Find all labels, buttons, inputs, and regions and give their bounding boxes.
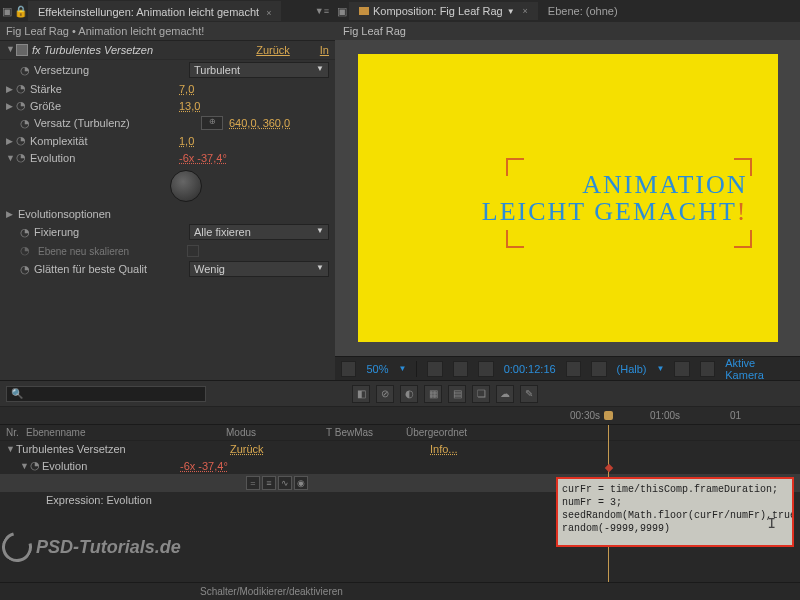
lock-closed-icon[interactable]: 🔒	[14, 5, 28, 18]
prop-value[interactable]: -6x -37,4°	[179, 152, 329, 164]
disclosure-icon[interactable]: ▼	[6, 44, 16, 56]
disclosure-icon[interactable]: ▶	[6, 209, 16, 219]
prop-size: ▶ ◔ Größe 13,0	[0, 97, 335, 114]
active-camera[interactable]: Aktive Kamera	[725, 357, 794, 381]
prop-value[interactable]: 1,0	[179, 135, 329, 147]
prop-label: Evolutionsoptionen	[16, 208, 329, 220]
disclosure-icon[interactable]: ▶	[6, 136, 16, 146]
displace-dropdown[interactable]: Turbulent▼	[189, 62, 329, 78]
disclosure-icon[interactable]: ▶	[6, 84, 16, 94]
layer-switch-icon[interactable]: ◧	[352, 385, 370, 403]
cube-icon[interactable]: ❏	[472, 385, 490, 403]
resolution[interactable]: (Halb)	[617, 363, 647, 375]
prop-label: Komplexität	[28, 135, 179, 147]
instance-link[interactable]: In	[320, 44, 329, 56]
disclosure-icon[interactable]: ▼	[6, 153, 16, 163]
prop-amount: ▶ ◔ Stärke 7,0	[0, 80, 335, 97]
composition-viewer[interactable]: ANIMATION LEICHT GEMACHT!	[335, 40, 800, 356]
selection-handle[interactable]	[506, 158, 524, 176]
effect-header: ▼ fx Turbulentes Versetzen Zurück In	[0, 41, 335, 60]
lock-icon[interactable]: ▣	[335, 5, 349, 18]
tab-effect-controls[interactable]: Effekteinstellungen: Animation leicht ge…	[28, 1, 281, 21]
expression-graph-icon[interactable]: ≡	[262, 476, 276, 490]
view1-icon[interactable]	[674, 361, 689, 377]
stopwatch-icon[interactable]: ◔	[20, 263, 32, 276]
stopwatch-icon[interactable]: ◔	[16, 151, 28, 164]
info-link[interactable]: Info...	[430, 443, 458, 455]
prop-label: Größe	[28, 100, 179, 112]
tab-layer[interactable]: Ebene: (ohne)	[538, 2, 628, 20]
expression-editor[interactable]: curFr = time/thisComp.frameDuration; num…	[556, 477, 794, 547]
prop-value[interactable]: 640,0, 360,0	[229, 117, 329, 129]
watermark: PSD-Tutorials.de	[2, 532, 181, 562]
selection-handle[interactable]	[734, 230, 752, 248]
position-crosshair-icon[interactable]: ⊕	[201, 116, 223, 130]
grid-icon[interactable]	[427, 361, 442, 377]
prop-label: Stärke	[28, 83, 179, 95]
selection-handle[interactable]	[506, 230, 524, 248]
fb-icon[interactable]: ◐	[400, 385, 418, 403]
brain-icon[interactable]: ☁	[496, 385, 514, 403]
comp-name: Fig Leaf Rag	[335, 22, 800, 40]
prop-pinning: ◔ Fixierung Alle fixieren▼	[0, 222, 335, 242]
expression-menu-icon[interactable]: ◉	[294, 476, 308, 490]
prop-value[interactable]: -6x -37,4°	[180, 460, 228, 472]
close-icon[interactable]: ×	[266, 8, 271, 18]
footer-status: Schalter/Modikierer/deaktivieren	[0, 582, 800, 600]
timeline-toolbar: 🔍 ◧ ⊘ ◐ ▦ ▤ ❏ ☁ ✎	[0, 381, 800, 407]
selection-handle[interactable]	[734, 158, 752, 176]
prop-antialiasing: ◔ Glätten für beste Qualit Wenig▼	[0, 259, 335, 279]
mask-icon[interactable]	[478, 361, 493, 377]
chevron-down-icon: ▼	[316, 226, 324, 238]
current-time[interactable]: 0:00:12:16	[504, 363, 556, 375]
stopwatch-icon[interactable]: ◔	[20, 117, 32, 130]
fx-enable-checkbox[interactable]	[16, 44, 28, 56]
blur-icon[interactable]: ▦	[424, 385, 442, 403]
prop-value[interactable]: 7,0	[179, 83, 329, 95]
close-icon[interactable]: ×	[523, 6, 528, 16]
expression-toggle-icon[interactable]: =	[246, 476, 260, 490]
disclosure-icon[interactable]: ▼	[20, 461, 30, 471]
timeline-row-effect[interactable]: ▼ Turbulentes Versetzen Zurück Info...	[0, 441, 800, 457]
guides-icon[interactable]	[453, 361, 468, 377]
lock-icon[interactable]: ▣	[0, 5, 14, 18]
search-input[interactable]: 🔍	[6, 386, 206, 402]
checkbox-disabled	[187, 245, 199, 257]
zoom-level[interactable]: 50%	[366, 363, 388, 375]
snapshot-icon[interactable]	[566, 361, 581, 377]
graph-icon[interactable]: ▤	[448, 385, 466, 403]
disclosure-icon[interactable]: ▼	[6, 444, 16, 454]
disclosure-icon[interactable]: ▶	[6, 101, 16, 111]
tab-label: Effekteinstellungen: Animation leicht ge…	[38, 6, 259, 18]
pinning-dropdown[interactable]: Alle fixieren▼	[189, 224, 329, 240]
stopwatch-icon[interactable]: ◔	[30, 459, 42, 472]
timeline-row-evolution[interactable]: ▼ ◔ Evolution -6x -37,4°	[0, 457, 800, 474]
channel-icon[interactable]	[591, 361, 606, 377]
ruler-tick: 01:00s	[650, 410, 680, 421]
reset-link[interactable]: Zurück	[230, 443, 330, 455]
tab-composition[interactable]: Komposition: Fig Leaf Rag ▼ ×	[349, 2, 538, 20]
stopwatch-icon[interactable]: ◔	[16, 99, 28, 112]
region-icon[interactable]	[341, 361, 356, 377]
wrench-icon[interactable]: ✎	[520, 385, 538, 403]
prop-value[interactable]: 13,0	[179, 100, 329, 112]
view2-icon[interactable]	[700, 361, 715, 377]
animation-text: ANIMATION LEICHT GEMACHT!	[482, 171, 748, 226]
reset-link[interactable]: Zurück	[256, 44, 290, 56]
aa-dropdown[interactable]: Wenig▼	[189, 261, 329, 277]
shy-icon[interactable]: ⊘	[376, 385, 394, 403]
expression-pickwhip-icon[interactable]: ∿	[278, 476, 292, 490]
stopwatch-icon[interactable]: ◔	[20, 226, 32, 239]
panel-menu-icon[interactable]: ▼≡	[315, 6, 329, 16]
prop-evolution-options: ▶ Evolutionsoptionen	[0, 206, 335, 222]
expression-text[interactable]: curFr = time/thisComp.frameDuration; num…	[562, 483, 788, 535]
rotation-dial[interactable]	[170, 170, 202, 202]
prop-label: Versetzung	[32, 64, 189, 76]
stopwatch-icon[interactable]: ◔	[20, 64, 32, 77]
timeline-ruler[interactable]: 00:30s 01:00s 01	[0, 407, 800, 425]
breadcrumb: Fig Leaf Rag • Animation leicht gemacht!	[0, 22, 335, 41]
stopwatch-icon[interactable]: ◔	[16, 134, 28, 147]
timeline-columns: Nr. Ebenenname Modus T BewMas Übergeordn…	[0, 425, 800, 441]
prop-offset: ◔ Versatz (Turbulenz) ⊕ 640,0, 360,0	[0, 114, 335, 132]
stopwatch-icon[interactable]: ◔	[16, 82, 28, 95]
